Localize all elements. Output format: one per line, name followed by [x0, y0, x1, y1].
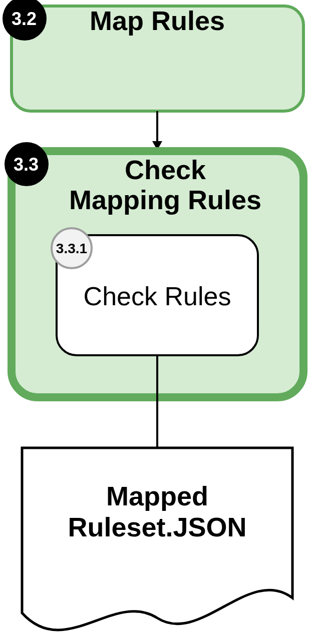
- node-check-mapping-rules: 3.3 Check Mapping Rules 3.3.1 Check Rule…: [5, 142, 303, 397]
- badge-3-3: 3.3: [14, 154, 39, 175]
- title-check-mapping-line2: Mapping Rules: [69, 185, 261, 215]
- subnode-check-rules: 3.3.1 Check Rules: [52, 228, 258, 355]
- badge-3-3-1: 3.3.1: [56, 241, 87, 256]
- flowchart-diagram: 3.2 Map Rules 3.3 Check Mapping Rules 3.…: [0, 0, 317, 644]
- node-map-rules: 3.2 Map Rules: [3, 0, 303, 111]
- connector-1: [152, 111, 162, 150]
- title-check-rules: Check Rules: [84, 282, 231, 311]
- doc-title-line1: Mapped: [106, 481, 208, 511]
- title-map-rules: Map Rules: [90, 6, 225, 36]
- badge-3-2: 3.2: [12, 9, 37, 29]
- doc-title-line2: Ruleset.JSON: [68, 512, 246, 542]
- node-output-document: Mapped Ruleset.JSON: [22, 448, 292, 630]
- title-check-mapping-line1: Check: [125, 155, 206, 185]
